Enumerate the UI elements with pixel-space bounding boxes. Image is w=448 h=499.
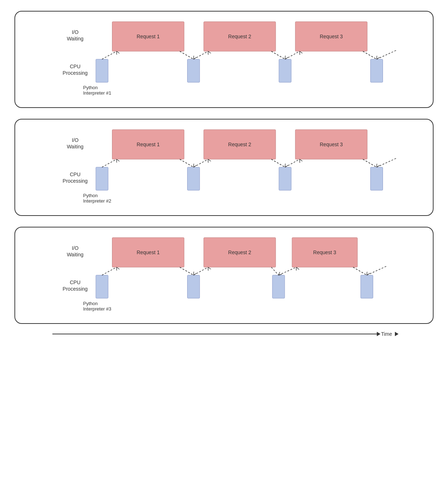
cpu-blk-2-2 [188,167,200,190]
interp-label-3: Python [83,301,98,306]
req-label-1-1: Request 1 [137,34,160,39]
svg-text:Waiting: Waiting [67,252,83,257]
cpu-blk-3-1 [96,275,108,298]
req-label-3-1: Request 1 [137,250,160,255]
svg-text:Processing: Processing [63,178,87,184]
arr-dn-1-3 [363,51,376,59]
diagram-svg-2: I/O Waiting CPU Processing PythonInterpr… [26,127,422,204]
svg-text:I/O: I/O [72,29,79,35]
svg-text:CPU: CPU [70,64,81,69]
interp-label-2: Python [83,193,98,198]
cpu-blk-1-1 [96,59,108,82]
arr-dn-3-1 [180,267,194,275]
arr-up-2-3 [285,159,300,167]
cpu-blk-1-2 [188,59,200,82]
req-label-1-3: Request 3 [320,34,343,39]
cpu-blk-3-2 [188,275,200,298]
arr-dn-2-3 [363,159,376,167]
svg-text:Waiting: Waiting [67,36,83,42]
svg-text:CPU: CPU [70,172,81,177]
interp-label-1: Interpreter #1 [83,90,111,96]
arr-last-1 [376,50,396,59]
arr-up-3-3 [279,267,296,275]
time-line [52,334,378,334]
arr-dn-1-2 [271,51,285,59]
svg-text:Processing: Processing [63,70,87,76]
arr-up-1-1 [102,51,116,59]
svg-text:I/O: I/O [72,137,79,143]
diagram-svg-3: I/O Waiting CPU Processing PythonInterpr… [26,235,422,312]
cpu-blk-2-4 [370,167,383,190]
interpreter-block-3: I/O Waiting CPU Processing PythonInterpr… [14,227,434,324]
interp-label-3: Interpreter #3 [83,306,111,312]
arr-dn-2-1 [180,159,194,167]
arr-up-3-2 [194,267,208,275]
arr-dn-2-2 [271,159,285,167]
svg-text:I/O: I/O [72,245,79,251]
svg-text:CPU: CPU [70,279,81,285]
arr-last-2 [376,158,396,167]
interpreter-block-1: I/O Waiting CPU Processing PythonInterpr… [14,11,434,108]
req-label-3-2: Request 2 [228,250,251,255]
req-label-2-3: Request 3 [320,142,343,147]
arr-last-3 [367,266,387,275]
arr-up-3-1 [102,267,116,275]
svg-text:Waiting: Waiting [67,144,83,149]
cpu-blk-1-3 [279,59,291,82]
arr-up-2-1 [102,159,116,167]
interpreter-block-2: I/O Waiting CPU Processing PythonInterpr… [14,119,434,216]
diagram-svg-1: I/O Waiting CPU Processing PythonInterpr… [26,19,422,96]
cpu-blk-2-1 [96,167,108,190]
req-label-2-1: Request 1 [137,142,160,147]
time-axis: Time [14,331,434,337]
arr-up-2-2 [194,159,208,167]
arr-dn-3-3 [353,267,367,275]
arr-up-1-3 [285,51,300,59]
diagram-container: I/O Waiting CPU Processing PythonInterpr… [14,11,434,324]
interp-label-2: Interpreter #2 [83,198,111,204]
arr-dn-1-1 [180,51,194,59]
svg-text:Processing: Processing [63,286,87,292]
cpu-blk-3-4 [361,275,373,298]
req-label-1-2: Request 2 [228,34,251,39]
cpu-blk-2-3 [279,167,291,190]
req-label-2-2: Request 2 [228,142,251,147]
arr-up-1-2 [194,51,208,59]
arr-dn-3-2 [271,267,279,275]
req-label-3-3: Request 3 [313,250,336,255]
cpu-blk-3-3 [272,275,285,298]
cpu-blk-1-4 [370,59,383,82]
interp-label-1: Python [83,85,98,90]
